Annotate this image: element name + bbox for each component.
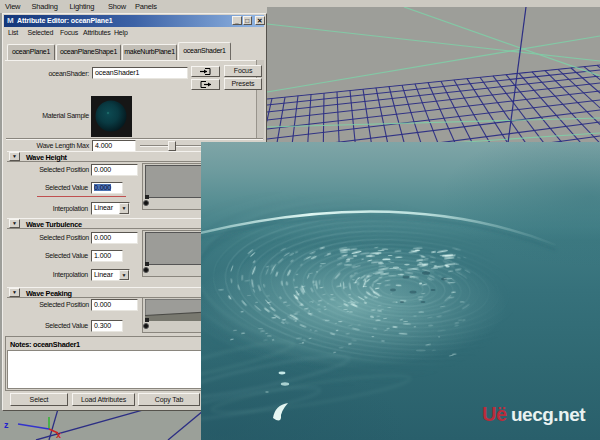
svg-text:Uë: Uë (482, 403, 507, 425)
svg-text:x: x (56, 430, 61, 440)
svg-text:z: z (4, 420, 9, 430)
svg-text:uecg.net: uecg.net (511, 404, 586, 425)
